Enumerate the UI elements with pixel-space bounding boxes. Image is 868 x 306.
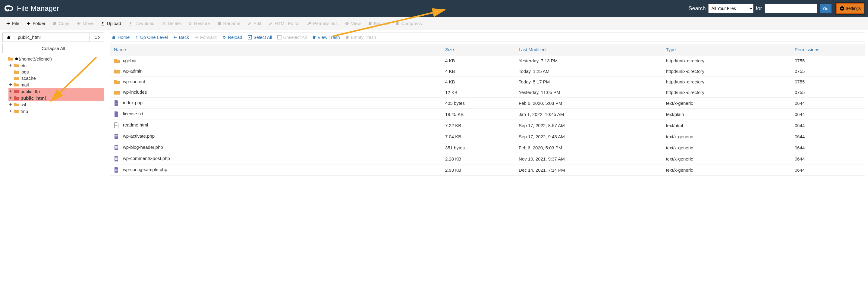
table-row[interactable]: wp-comments-post.php2.28 KBNov 10, 2021,… <box>110 153 865 164</box>
tree-node-tmp[interactable]: +tmp <box>8 108 104 114</box>
copy-button[interactable]: Copy <box>49 19 73 28</box>
back-button[interactable]: Back <box>173 35 189 40</box>
col-type[interactable]: Type <box>662 44 791 56</box>
content-area: Home Up One Level Back Forward Reload Se… <box>107 30 868 306</box>
edit-button[interactable]: Edit <box>244 19 265 28</box>
file-modified: Feb 6, 2020, 5:03 PM <box>515 98 662 109</box>
tree-root[interactable]: – (/home3/clientcl) <box>2 56 104 62</box>
collapse-all-button[interactable]: Collapse All <box>2 44 104 53</box>
rename-button[interactable]: Rename <box>214 19 244 28</box>
file-icon <box>114 100 120 106</box>
expand-icon[interactable]: + <box>8 89 13 94</box>
file-icon <box>114 167 120 173</box>
table-header-row: Name Size Last Modified Type Permissions <box>110 44 865 56</box>
new-file-button[interactable]: File <box>2 19 23 28</box>
file-modified: Jan 1, 2022, 10:45 AM <box>515 109 662 120</box>
table-row[interactable]: wp-activate.php7.04 KBSep 17, 2022, 9:43… <box>110 131 865 142</box>
forward-button[interactable]: Forward <box>194 35 217 40</box>
search-area: Search All Your Files for Go Settings <box>689 3 864 14</box>
reload-button[interactable]: Reload <box>222 35 242 40</box>
folder-icon <box>114 59 120 63</box>
app-header: File Manager Search All Your Files for G… <box>0 0 868 17</box>
folder-icon <box>14 102 19 107</box>
tree-node-ssl[interactable]: +ssl <box>8 101 104 108</box>
search-go-button[interactable]: Go <box>820 4 832 13</box>
table-row[interactable]: wp-includes12 KBYesterday, 11:05 PMhttpd… <box>110 87 865 98</box>
select-all-button[interactable]: Select All <box>248 35 272 40</box>
home-button[interactable]: Home <box>112 35 130 40</box>
file-size: 4 KB <box>441 66 515 76</box>
empty-trash-button[interactable]: Empty Trash <box>345 35 376 40</box>
file-name: wp-activate.php <box>123 133 155 139</box>
expand-icon[interactable]: + <box>8 63 13 68</box>
folder-tree: – (/home3/clientcl) +etc logs lscache +m… <box>2 56 104 114</box>
html-editor-button[interactable]: HTML Editor <box>265 19 304 28</box>
cpanel-logo-icon <box>4 4 13 13</box>
expand-icon[interactable]: + <box>8 95 13 101</box>
compress-button[interactable]: Compress <box>392 19 425 28</box>
file-size: 4 KB <box>441 56 515 66</box>
file-modified: Yesterday, 11:05 PM <box>515 87 662 98</box>
folder-icon <box>8 57 13 61</box>
file-name: readme.html <box>123 122 148 127</box>
permissions-button[interactable]: Permissions <box>304 19 341 28</box>
file-modified: Today, 5:17 PM <box>515 76 662 87</box>
folder-icon <box>14 109 19 113</box>
table-row[interactable]: cgi-bin4 KBYesterday, 7:13 PMhttpd/unix-… <box>110 56 865 66</box>
delete-button[interactable]: Delete <box>158 19 184 28</box>
file-size: 7.22 KB <box>441 120 515 131</box>
col-name[interactable]: Name <box>110 44 441 56</box>
tree-root-label: (/home3/clientcl) <box>19 56 52 62</box>
svg-rect-1 <box>278 35 281 39</box>
download-button[interactable]: Download <box>125 19 158 28</box>
folder-icon <box>14 82 19 87</box>
upload-button[interactable]: Upload <box>97 19 125 28</box>
move-button[interactable]: Move <box>73 19 97 28</box>
col-modified[interactable]: Last Modified <box>515 44 662 56</box>
view-button[interactable]: View <box>341 19 364 28</box>
path-go-button[interactable]: Go <box>90 33 104 42</box>
tree-node-mail[interactable]: +mail <box>8 81 104 88</box>
file-type: text/x-generic <box>662 98 791 109</box>
tree-node-public-html[interactable]: +public_html <box>8 95 104 101</box>
settings-button[interactable]: Settings <box>836 3 864 14</box>
file-name: wp-config-sample.php <box>123 167 167 172</box>
file-permissions: 0755 <box>791 56 865 66</box>
table-row[interactable]: </>readme.html7.22 KBSep 17, 2022, 8:57 … <box>110 120 865 131</box>
file-name: wp-admin <box>123 68 143 73</box>
table-row[interactable]: wp-config-sample.php2.93 KBDec 14, 2021,… <box>110 164 865 176</box>
file-icon <box>114 111 120 117</box>
search-scope-select[interactable]: All Your Files <box>708 4 753 13</box>
view-trash-button[interactable]: View Trash <box>312 35 340 40</box>
table-row[interactable]: index.php405 bytesFeb 6, 2020, 5:03 PMte… <box>110 98 865 109</box>
table-row[interactable]: wp-content4 KBToday, 5:17 PMhttpd/unix-d… <box>110 76 865 87</box>
expand-icon[interactable]: + <box>8 108 13 114</box>
table-row[interactable]: wp-admin4 KBToday, 1:25 AMhttpd/unix-dir… <box>110 66 865 76</box>
file-listing: Name Size Last Modified Type Permissions… <box>110 44 865 306</box>
tree-node-public-ftp[interactable]: +public_ftp <box>8 88 104 95</box>
tree-node-logs[interactable]: logs <box>8 69 104 75</box>
expand-icon[interactable]: + <box>8 102 13 107</box>
col-size[interactable]: Size <box>441 44 515 56</box>
col-permissions[interactable]: Permissions <box>791 44 865 56</box>
expand-icon[interactable]: + <box>8 82 13 87</box>
file-name: license.txt <box>123 111 143 116</box>
folder-icon <box>14 63 19 67</box>
tree-node-etc[interactable]: +etc <box>8 62 104 69</box>
unselect-all-button[interactable]: Unselect All <box>277 35 307 40</box>
restore-button[interactable]: Restore <box>184 19 214 28</box>
up-one-level-button[interactable]: Up One Level <box>135 35 168 40</box>
file-type: httpd/unix-directory <box>662 87 791 98</box>
tree-node-lscache[interactable]: lscache <box>8 75 104 81</box>
collapse-icon[interactable]: – <box>2 56 7 62</box>
file-modified: Dec 14, 2021, 7:14 PM <box>515 164 662 176</box>
extract-button[interactable]: Extract <box>364 19 392 28</box>
table-row[interactable]: license.txt19.45 KBJan 1, 2022, 10:45 AM… <box>110 109 865 120</box>
table-row[interactable]: wp-blog-header.php351 bytesFeb 6, 2020, … <box>110 142 865 153</box>
new-folder-button[interactable]: Folder <box>23 19 49 28</box>
file-type: httpd/unix-directory <box>662 76 791 87</box>
file-type: text/x-generic <box>662 164 791 176</box>
path-home-button[interactable] <box>2 33 15 42</box>
path-input[interactable] <box>15 33 90 42</box>
search-input[interactable] <box>765 4 817 13</box>
